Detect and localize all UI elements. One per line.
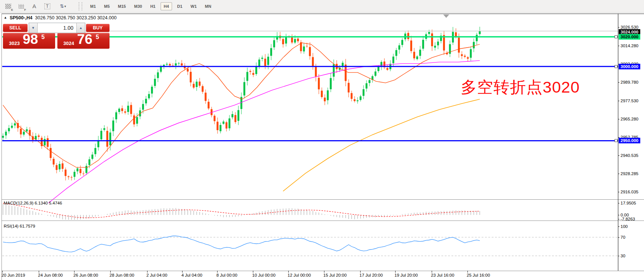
window-marker-icon[interactable]: ▲	[4, 16, 7, 19]
sort-arrows-glyph: ⇅	[60, 3, 63, 9]
time-label: 25 Jul 16:00	[467, 273, 490, 277]
time-label: 12 Jul 00:00	[288, 273, 311, 277]
macd-separator[interactable]	[2, 199, 644, 200]
macd-axis-label: -7.8263	[621, 217, 635, 221]
volume-decrease-button[interactable]: ▼	[29, 23, 38, 33]
rsi-separator[interactable]	[2, 221, 644, 221]
price-label: 2989.780	[621, 80, 638, 84]
ma-slow-line	[283, 99, 480, 191]
time-label: 10 Jul 00:00	[252, 273, 276, 277]
price-label: 2977.530	[621, 99, 638, 103]
timeframe-button-d1[interactable]: D1	[174, 2, 185, 10]
chart-top-border	[2, 14, 644, 14]
sell-price-pips: 98	[23, 32, 38, 47]
time-tick	[467, 271, 468, 273]
indicators-icon[interactable]: E	[3, 2, 13, 11]
timeframe-group: M1M5M15M30H1H4D1W1MN	[86, 2, 215, 10]
time-tick	[217, 271, 218, 273]
axis-tick	[618, 119, 619, 119]
time-tick	[182, 271, 183, 273]
price-axis-line[interactable]	[618, 14, 618, 271]
volume-increase-button[interactable]: ▲	[76, 23, 85, 33]
buy-price-pips: 76	[77, 32, 92, 47]
chart-text-annotation[interactable]: 多空转折点3020	[461, 77, 580, 98]
time-label: 8 Jul 00:00	[216, 273, 237, 277]
chevron-down-icon: ▾	[64, 4, 66, 8]
timeframe-button-w1[interactable]: W1	[188, 2, 200, 10]
time-label: 20 Jun 2019	[1, 273, 25, 277]
text-a-icon[interactable]: A	[29, 2, 39, 11]
axis-tick	[618, 237, 619, 238]
sort-arrows-icon[interactable]: ⇅ ▾	[55, 2, 70, 11]
candlestick-series	[2, 27, 481, 181]
line-handle-2950[interactable]	[615, 139, 618, 142]
grid-glyph	[19, 4, 24, 9]
text-label-glyph: T	[44, 3, 50, 9]
volume-spinner: ▼ 1.00 ▲	[29, 23, 85, 33]
time-label: 26 Jun 08:00	[73, 273, 98, 277]
buy-price-integer: 3024	[63, 41, 74, 46]
time-label: 19 Jul 20:00	[394, 273, 418, 277]
rsi-line	[3, 236, 480, 252]
rsi-axis-label: 100	[621, 224, 628, 229]
indicator-glyph	[5, 4, 11, 9]
price-badge-3020.000: 3020.000	[619, 34, 640, 40]
price-label: 2928.285	[621, 171, 638, 176]
axis-tick	[618, 226, 619, 227]
chart-title: ▲ SP500-,H4 3026.750 3026.750 3023.250 3…	[4, 15, 117, 20]
time-tick	[110, 271, 111, 273]
price-label: 2965.280	[621, 117, 638, 121]
buy-button[interactable]: BUY	[86, 24, 110, 32]
line-handle-3020[interactable]	[615, 35, 618, 38]
time-label: 4 Jul 04:00	[181, 273, 202, 277]
chart-shift-icon[interactable]	[443, 15, 449, 18]
time-label: 2 Jul 04:00	[146, 273, 167, 277]
axis-tick	[618, 192, 619, 192]
toolbar-grip[interactable]	[79, 2, 82, 10]
time-label: 17 Jul 20:00	[359, 273, 383, 277]
axis-tick	[618, 219, 619, 219]
sell-price-panel[interactable]: 3023 98 5	[3, 33, 55, 49]
macd-axis-label: 17.9505	[621, 201, 636, 205]
timeframe-button-m5[interactable]: M5	[101, 2, 112, 10]
price-label: 3014.280	[621, 44, 638, 48]
timeframe-button-h4[interactable]: H4	[161, 2, 172, 10]
text-label-icon[interactable]: T	[42, 2, 52, 11]
macd-label: MACD(12,26,9) 6.1340 5.4746	[4, 201, 62, 205]
grid-icon-sub: F	[24, 8, 26, 12]
indicators-icon-sub: E	[11, 8, 13, 12]
ohlc-values: 3026.750 3026.750 3023.250 3024.000	[35, 15, 117, 20]
time-tick	[147, 271, 147, 273]
buy-price-fraction: 5	[96, 34, 99, 41]
line-handle-3000[interactable]	[615, 65, 618, 68]
toolbar: E F A T ⇅ ▾ M1M5M15M30H1H4D1W1MN	[0, 0, 644, 13]
rsi-label: RSI(14) 61.7579	[4, 224, 35, 228]
text-a-label: A	[32, 3, 36, 9]
price-badge-3000.000: 3000.000	[619, 64, 640, 70]
buy-price-panel[interactable]: 3024 76 5	[57, 33, 110, 49]
timeframe-button-m1[interactable]: M1	[87, 2, 99, 10]
time-tick	[288, 271, 289, 273]
time-label: 24 Jun 08:00	[38, 273, 63, 277]
time-tick	[395, 271, 396, 273]
sell-price-integer: 3023	[9, 41, 20, 46]
axis-tick	[618, 82, 619, 83]
time-label: 15 Jul 20:00	[323, 273, 347, 277]
timeframe-button-m30[interactable]: M30	[131, 2, 145, 10]
grid-icon[interactable]: F	[16, 2, 26, 11]
volume-input[interactable]: 1.00	[38, 23, 76, 33]
axis-tick	[618, 203, 619, 203]
axis-tick	[618, 256, 619, 256]
price-label: 3026.530	[621, 25, 638, 29]
time-tick	[2, 271, 3, 273]
axis-tick	[618, 46, 619, 46]
axis-tick	[618, 27, 619, 28]
time-tick	[432, 271, 432, 273]
timeframe-button-m15[interactable]: M15	[115, 2, 129, 10]
timeframe-button-mn[interactable]: MN	[202, 2, 214, 10]
rsi-axis-label: 70	[621, 235, 625, 239]
timeframe-button-h1[interactable]: H1	[147, 2, 158, 10]
sell-price-fraction: 5	[41, 34, 45, 41]
time-tick	[39, 271, 39, 273]
sell-button[interactable]: SELL	[3, 24, 28, 32]
